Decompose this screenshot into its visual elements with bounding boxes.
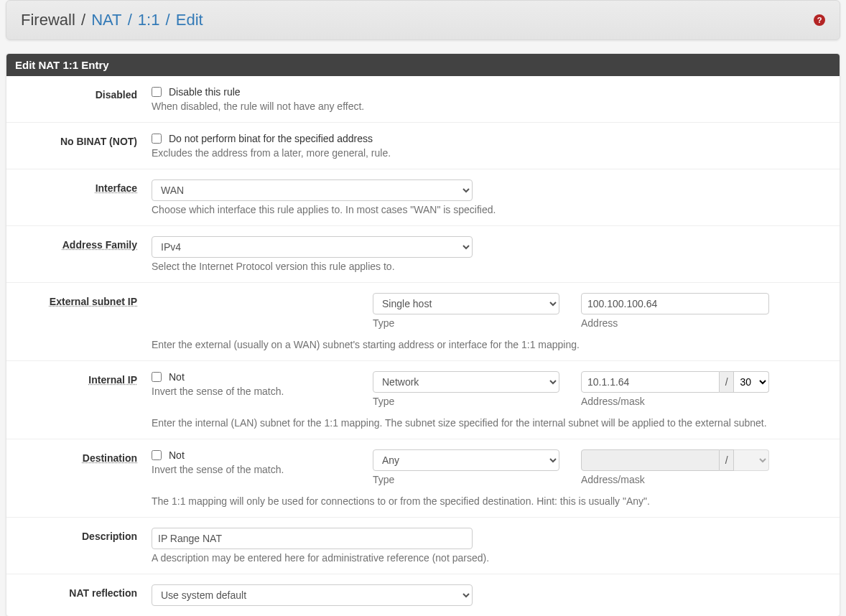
description-help: A description may be entered here for ad… [152, 552, 831, 564]
internal-not-checkbox[interactable] [152, 372, 162, 382]
external-address-label: Address [581, 317, 769, 329]
destination-mask-select [734, 449, 769, 471]
row-nobinat: No BINAT (NOT) Do not perform binat for … [6, 123, 840, 169]
internal-not-help: Invert the sense of the match. [152, 386, 351, 397]
row-interface: Interface WAN Choose which interface thi… [6, 169, 840, 226]
label-disabled: Disabled [15, 86, 152, 112]
destination-not-checkbox[interactable] [152, 450, 162, 460]
help-icon[interactable]: ? [814, 14, 825, 26]
internal-address-input[interactable] [581, 371, 720, 393]
destination-help: The 1:1 mapping will only be used for co… [152, 495, 831, 507]
description-input[interactable] [152, 528, 473, 549]
row-disabled: Disabled Disable this rule When disabled… [6, 76, 840, 123]
external-help: Enter the external (usually on a WAN) su… [152, 339, 831, 350]
internal-mask-select[interactable]: 30 [734, 371, 769, 393]
mask-separator: / [720, 371, 734, 393]
disabled-help: When disabled, the rule will not have an… [152, 101, 831, 112]
destination-address-input [581, 449, 720, 471]
disabled-checkbox-label: Disable this rule [169, 86, 241, 98]
destination-type-label: Type [373, 474, 559, 485]
interface-select[interactable]: WAN [152, 179, 473, 201]
row-internal: Internal IP Not Invert the sense of the … [6, 361, 840, 439]
destination-type-select[interactable]: Any [373, 449, 559, 471]
breadcrumb-nat[interactable]: NAT [91, 11, 121, 29]
breadcrumb-1-1[interactable]: 1:1 [138, 11, 160, 29]
row-addrfamily: Address Family IPv4 Select the Internet … [6, 226, 840, 283]
row-description: Description A description may be entered… [6, 518, 840, 574]
disabled-checkbox[interactable] [152, 87, 162, 97]
natreflection-select[interactable]: Use system default [152, 584, 473, 606]
breadcrumb: Firewall / NAT / 1:1 / Edit [21, 11, 203, 29]
label-internal: Internal IP [88, 374, 137, 386]
external-address-input[interactable] [581, 293, 769, 314]
breadcrumb-separator: / [159, 11, 175, 29]
label-nobinat: No BINAT (NOT) [15, 133, 152, 159]
label-natreflection: NAT reflection [15, 584, 152, 606]
external-type-select[interactable]: Single host [373, 293, 559, 314]
internal-addrmask-label: Address/mask [581, 396, 769, 407]
addrfamily-select[interactable]: IPv4 [152, 236, 473, 258]
breadcrumb-separator: / [122, 11, 138, 29]
breadcrumb-separator: / [75, 11, 91, 29]
label-external: External subnet IP [50, 296, 137, 307]
internal-type-label: Type [373, 396, 559, 407]
internal-type-select[interactable]: Network [373, 371, 559, 393]
interface-help: Choose which interface this rule applies… [152, 204, 831, 215]
label-description: Description [15, 528, 152, 564]
mask-separator: / [720, 449, 734, 471]
page-header: Firewall / NAT / 1:1 / Edit ? [6, 0, 840, 40]
panel-edit-nat: Edit NAT 1:1 Entry Disabled Disable this… [6, 53, 840, 616]
internal-not-label: Not [169, 371, 185, 383]
label-addrfamily: Address Family [62, 239, 137, 251]
row-destination: Destination Not Invert the sense of the … [6, 439, 840, 518]
panel-title: Edit NAT 1:1 Entry [6, 54, 840, 76]
destination-not-help: Invert the sense of the match. [152, 464, 351, 475]
destination-addrmask-label: Address/mask [581, 474, 769, 485]
nobinat-checkbox[interactable] [152, 134, 162, 144]
nobinat-help: Excludes the address from a later, more … [152, 147, 831, 159]
breadcrumb-root: Firewall [21, 11, 75, 29]
destination-not-label: Not [169, 449, 185, 461]
nobinat-checkbox-label: Do not perform binat for the specified a… [169, 133, 373, 144]
breadcrumb-edit[interactable]: Edit [176, 11, 203, 29]
row-natreflection: NAT reflection Use system default [6, 574, 840, 616]
external-type-label: Type [373, 317, 559, 329]
row-external: External subnet IP Single host Type Addr… [6, 283, 840, 361]
internal-help: Enter the internal (LAN) subnet for the … [152, 417, 831, 429]
addrfamily-help: Select the Internet Protocol version thi… [152, 261, 831, 272]
label-interface: Interface [96, 182, 137, 194]
label-destination: Destination [83, 452, 137, 464]
